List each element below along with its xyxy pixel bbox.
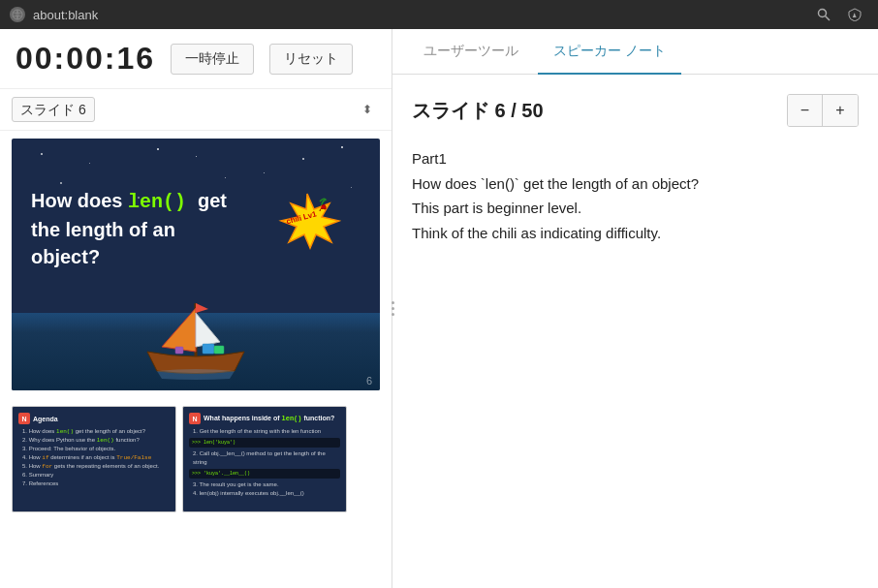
browser-icon	[10, 7, 25, 22]
tabs-bar: ユーザーツール スピーカー ノート	[392, 29, 878, 75]
thumbnail-1-title: Agenda	[33, 416, 58, 422]
boat-illustration	[133, 284, 259, 381]
thumbnail-2-icon: N	[189, 413, 201, 424]
font-increase-button[interactable]: +	[823, 95, 858, 126]
timer-display: 00:00:16	[16, 41, 155, 77]
thumbnail-1[interactable]: N Agenda 1. How does len() get the lengt…	[12, 406, 176, 512]
left-panel: 00:00:16 一時停止 リセット スライド 6	[0, 29, 392, 588]
font-decrease-button[interactable]: −	[788, 95, 823, 126]
tab-user-tools[interactable]: ユーザーツール	[408, 29, 534, 74]
thumbnail-2-inner: N What happens inside of len() function?…	[183, 407, 346, 511]
thumbnail-1-header: N Agenda	[18, 413, 170, 424]
thumb-code: >>> len('kuya')	[189, 438, 340, 448]
thumb-item: 4. len(obj) internally executes obj.__le…	[189, 489, 340, 498]
thumbnail-1-content: 1. How does len() get the length of an o…	[18, 427, 170, 506]
shield-button[interactable]: ♟	[841, 3, 868, 26]
thumb-item: 3. The result you get is the same.	[189, 480, 340, 489]
thumb-item: 2. Call obj.__len__() method to get the …	[189, 449, 340, 467]
reset-button[interactable]: リセット	[269, 44, 353, 75]
slide-selector-bar: スライド 6	[0, 89, 392, 131]
timer-area: 00:00:16 一時停止 リセット	[0, 29, 392, 89]
svg-rect-8	[214, 346, 224, 354]
svg-point-0	[13, 10, 22, 19]
thumb-item: 4. How if determines if an object is Tru…	[18, 453, 170, 462]
drag-handle[interactable]	[389, 290, 396, 328]
thumb-item: 6. Summary	[18, 471, 170, 480]
thumbnail-2-content: 1. Get the length of the string with the…	[189, 427, 340, 506]
titlebar: about:blank ♟	[0, 0, 878, 29]
right-panel: ユーザーツール スピーカー ノート スライド 6 / 50 − + Part1 …	[392, 29, 878, 588]
notes-area: スライド 6 / 50 − + Part1 How does `len()` g…	[392, 75, 878, 588]
main-slide-preview: How does len() get the length of an obje…	[12, 139, 380, 390]
tab-title: about:blank	[33, 8, 98, 22]
thumbnail-strip: N Agenda 1. How does len() get the lengt…	[0, 398, 392, 588]
chili-badge: chili Lv1	[273, 192, 341, 250]
drag-dot	[392, 307, 394, 310]
thumb-item: 1. Get the length of the string with the…	[189, 427, 340, 436]
slide-main-text: How does len() get the length of an obje…	[31, 187, 244, 270]
notes-line-3: This part is beginner level.	[412, 196, 859, 221]
slide-select-wrapper: スライド 6	[12, 97, 380, 122]
thumbnail-1-inner: N Agenda 1. How does len() get the lengt…	[13, 407, 175, 511]
slide-select[interactable]: スライド 6	[12, 97, 95, 122]
svg-rect-7	[203, 344, 214, 354]
pause-button[interactable]: 一時停止	[171, 44, 254, 75]
slide-background: How does len() get the length of an obje…	[12, 139, 380, 390]
svg-line-2	[826, 16, 831, 21]
thumb-item: 5. How for gets the repeating elements o…	[18, 462, 170, 471]
drag-dot	[392, 301, 394, 304]
tab-speaker-notes[interactable]: スピーカー ノート	[538, 29, 681, 74]
thumb-item: 3. Proceed: The behavior of objects.	[18, 445, 170, 453]
notes-text: Part1 How does `len()` get the length of…	[412, 146, 859, 245]
slide-text-before: How does	[31, 190, 128, 211]
font-size-controls: − +	[787, 94, 859, 127]
slide-counter-row: スライド 6 / 50 − +	[412, 94, 859, 127]
thumbnail-2[interactable]: N What happens inside of len() function?…	[182, 406, 347, 512]
thumbnail-1-icon: N	[18, 413, 30, 424]
thumb-code: >>> 'kuya'.__len__()	[189, 469, 340, 479]
svg-text:♟: ♟	[852, 13, 857, 18]
slide-counter-title: スライド 6 / 50	[412, 98, 544, 124]
search-button[interactable]	[810, 3, 837, 26]
titlebar-actions: ♟	[810, 3, 868, 26]
slide-text-code: len()	[128, 191, 198, 213]
svg-point-1	[819, 10, 827, 17]
notes-line-4: Think of the chili as indicating difficu…	[412, 221, 859, 246]
thumbnail-2-title: What happens inside of len() function?	[204, 415, 334, 422]
drag-dot	[392, 313, 394, 316]
notes-line-1: Part1	[412, 146, 859, 171]
notes-line-2: How does `len()` get the length of an ob…	[412, 171, 859, 197]
slide-page-number: 6	[366, 375, 372, 387]
thumb-item: 7. References	[18, 480, 170, 488]
thumbnail-2-header: N What happens inside of len() function?	[189, 413, 340, 424]
main-container: 00:00:16 一時停止 リセット スライド 6	[0, 29, 878, 588]
svg-rect-9	[175, 347, 183, 354]
thumb-item: 1. How does len() get the length of an o…	[18, 427, 170, 436]
thumb-item: 2. Why does Python use the len() functio…	[18, 436, 170, 445]
